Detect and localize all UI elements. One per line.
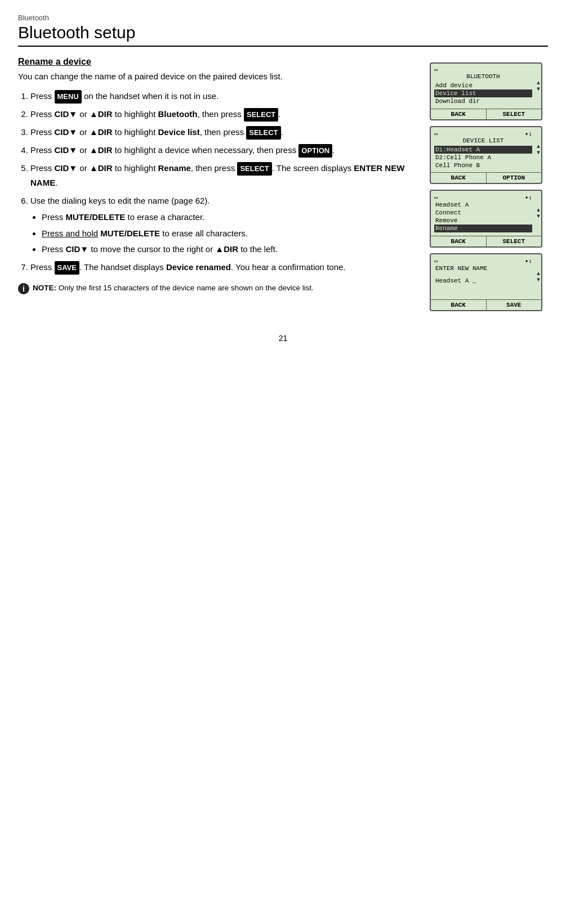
note-box: i NOTE: Only the first 15 characters of … — [18, 282, 418, 294]
key-select-2: SELECT — [244, 108, 278, 122]
note-text: NOTE: Only the first 15 characters of th… — [33, 282, 314, 294]
step6-bullet3: Press CID▼ to move the cursor to the rig… — [42, 242, 418, 257]
screen3-content: ▭ ✦₁ Headset A Connect Remove Rename — [431, 191, 536, 236]
step-6: Use the dialing keys to edit the name (p… — [30, 194, 418, 257]
screen3-item4: Rename — [434, 225, 532, 232]
screen2-bt-icon: ✦₁ — [525, 130, 532, 137]
screen2-option-btn: OPTION — [487, 173, 542, 183]
screen4-content: ▭ ✦₁ ENTER NEW NAME Headset A _ — [431, 254, 536, 299]
step-2: Press CID▼ or ▲DIR to highlight Bluetoot… — [30, 107, 418, 122]
section-heading: Rename a device — [18, 57, 418, 67]
steps-list: Press MENU on the handset when it is not… — [18, 89, 418, 275]
step3-dir: ▲DIR — [90, 127, 113, 137]
screen1-body: ▭ BLUETOOTH Add device Device list Downl… — [431, 64, 536, 109]
page-title: Bluetooth setup — [18, 23, 548, 47]
note-icon: i — [18, 283, 29, 294]
screen4-input: Headset A _ — [434, 277, 532, 285]
screen4-title: ENTER NEW NAME — [434, 264, 532, 272]
screen3-item1: Headset A — [434, 201, 532, 209]
screen1-battery: ▭ — [434, 66, 438, 73]
step5-dir: ▲DIR — [90, 163, 113, 173]
step5-enternewname: ENTER NEW NAME — [30, 163, 404, 187]
screen2-layout: ▭ ✦₁ DEVICE LIST D1:Headset A D2:Cell Ph… — [431, 127, 541, 172]
screen2-item3: Cell Phone B — [434, 162, 532, 169]
screen1-item3: Download dir — [434, 97, 532, 105]
screen4-bt-icon: ✦₁ — [525, 257, 532, 264]
screen3-select-btn: SELECT — [487, 236, 542, 246]
screen3-scrollarrows: ▲ ▼ — [536, 191, 541, 236]
step6-bullet1: Press MUTE/DELETE to erase a character. — [42, 210, 418, 225]
screen-device-list: ▭ ✦₁ DEVICE LIST D1:Headset A D2:Cell Ph… — [430, 126, 542, 184]
screen2-scrollarrows: ▲ ▼ — [536, 127, 541, 172]
screen3-item3: Remove — [434, 217, 532, 225]
step5-cid: CID▼ — [55, 163, 78, 173]
screen4-battery: ▭ — [434, 258, 438, 264]
step2-bluetooth: Bluetooth — [158, 109, 197, 119]
page-number: 21 — [18, 334, 548, 343]
step-1: Press MENU on the handset when it is not… — [30, 89, 418, 104]
screen4-footer: BACK SAVE — [431, 299, 541, 310]
step5-rename: Rename — [158, 163, 190, 173]
screen4-statusbar: ▭ ✦₁ — [434, 257, 532, 264]
step4-cid: CID▼ — [55, 145, 78, 155]
screen2-item2: D2:Cell Phone A — [434, 154, 532, 162]
screen1-footer: BACK SELECT — [431, 109, 541, 119]
step3-cid: CID▼ — [55, 127, 78, 137]
screen3-statusbar: ▭ ✦₁ — [434, 194, 532, 201]
note-content: Only the first 15 characters of the devi… — [59, 284, 314, 292]
screen3-battery: ▭ — [434, 194, 438, 201]
key-option-4: OPTION — [298, 144, 332, 158]
screen4-body: ▭ ✦₁ ENTER NEW NAME Headset A _ — [431, 254, 536, 299]
screen1-title: BLUETOOTH — [434, 73, 532, 80]
step6-bullets: Press MUTE/DELETE to erase a character. … — [30, 210, 418, 257]
screen2-title: DEVICE LIST — [434, 137, 532, 144]
key-select-3: SELECT — [246, 126, 280, 140]
screen2-item1: D1:Headset A — [434, 146, 532, 154]
screen2-body: ▭ ✦₁ DEVICE LIST D1:Headset A D2:Cell Ph… — [431, 127, 536, 172]
note-label: NOTE: — [33, 284, 56, 292]
step3-devicelist: Device list — [158, 127, 199, 137]
screen2-content: ▭ ✦₁ DEVICE LIST D1:Headset A D2:Cell Ph… — [431, 127, 536, 172]
screen1-statusbar: ▭ — [434, 66, 532, 73]
step2-cid: CID▼ — [55, 109, 78, 119]
screen2-footer: BACK OPTION — [431, 172, 541, 183]
screen4-save-btn: SAVE — [487, 300, 542, 310]
intro-text: You can change the name of a paired devi… — [18, 71, 418, 81]
screen3-back-btn: BACK — [431, 236, 487, 246]
step7-devicerenamed: Device renamed — [166, 262, 231, 272]
step-5: Press CID▼ or ▲DIR to highlight Rename, … — [30, 161, 418, 190]
screen1-select-btn: SELECT — [487, 109, 542, 119]
screen4-scrollarrows: ▲ ▼ — [536, 254, 541, 299]
key-save-7: SAVE — [55, 261, 79, 275]
screen1-back-btn: BACK — [431, 109, 487, 119]
screen2-battery: ▭ — [434, 131, 438, 137]
screen1-item2: Device list — [434, 89, 532, 97]
step4-dir: ▲DIR — [90, 145, 113, 155]
step6-bullet2: Press and hold MUTE/DELETE to erase all … — [42, 226, 418, 241]
screen-bluetooth-menu: ▭ BLUETOOTH Add device Device list Downl… — [430, 62, 542, 120]
key-menu: MENU — [55, 90, 82, 104]
screen3-layout: ▭ ✦₁ Headset A Connect Remove Rename ▲ ▼ — [431, 191, 541, 236]
step-7: Press SAVE. The handset displays Device … — [30, 260, 418, 275]
screen2-statusbar: ▭ ✦₁ — [434, 130, 532, 137]
screen4-back-btn: BACK — [431, 300, 487, 310]
screens-column: ▭ BLUETOOTH Add device Device list Downl… — [430, 62, 548, 311]
screen1-scrollarrows: ▲ ▼ — [536, 64, 541, 109]
screen1-item1: Add device — [434, 82, 532, 89]
screen-options-menu: ▭ ✦₁ Headset A Connect Remove Rename ▲ ▼… — [430, 190, 542, 248]
screen2-back-btn: BACK — [431, 173, 487, 183]
step-4: Press CID▼ or ▲DIR to highlight a device… — [30, 143, 418, 158]
screen3-body: ▭ ✦₁ Headset A Connect Remove Rename — [431, 191, 536, 236]
instructions-panel: Rename a device You can change the name … — [18, 57, 418, 311]
screen3-footer: BACK SELECT — [431, 236, 541, 246]
screen1-content: ▭ BLUETOOTH Add device Device list Downl… — [431, 64, 536, 109]
screen4-layout: ▭ ✦₁ ENTER NEW NAME Headset A _ ▲ ▼ — [431, 254, 541, 299]
key-select-5: SELECT — [237, 162, 271, 176]
screen3-item2: Connect — [434, 209, 532, 217]
step-3: Press CID▼ or ▲DIR to highlight Device l… — [30, 125, 418, 140]
screen1-layout: ▭ BLUETOOTH Add device Device list Downl… — [431, 64, 541, 109]
screen3-bt-icon: ✦₁ — [525, 194, 532, 201]
page-category: Bluetooth — [18, 14, 548, 22]
step2-dir: ▲DIR — [90, 109, 113, 119]
screen-enter-name: ▭ ✦₁ ENTER NEW NAME Headset A _ ▲ ▼ BACK… — [430, 253, 542, 311]
